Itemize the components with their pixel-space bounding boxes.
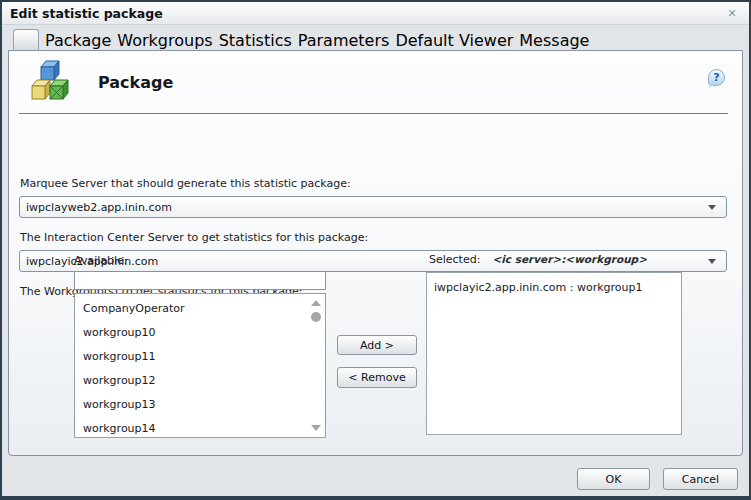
list-item[interactable]: workgroup10 [75, 321, 325, 345]
list-item[interactable]: workgroup12 [75, 369, 325, 393]
selected-format-hint: <ic server>:<workgroup> [492, 253, 647, 265]
scroll-up-icon[interactable] [311, 300, 321, 306]
chevron-down-icon [708, 205, 716, 210]
tab[interactable] [13, 29, 39, 50]
available-label: Available: [74, 254, 128, 267]
help-icon[interactable]: ? [708, 69, 725, 86]
selected-list[interactable]: iwpclayic2.app.inin.com : workgroup1 [426, 272, 682, 435]
list-item[interactable]: CompanyOperator [75, 297, 325, 321]
workgroups-tab-panel: Package ? Marquee Server that should gen… [8, 50, 743, 456]
tab-label: Statistics [219, 31, 292, 50]
ic-server-label: The Interaction Center Server to get sta… [20, 231, 368, 244]
available-list-scrollbar[interactable] [308, 296, 323, 435]
ok-button[interactable]: OK [577, 468, 650, 490]
dialog-title: Edit statistic package [2, 6, 163, 21]
tab-label: Workgroups [117, 31, 212, 50]
scrollbar-thumb[interactable] [311, 312, 321, 322]
list-item[interactable]: iwpclayic2.app.inin.com : workgroup1 [427, 275, 681, 294]
list-item[interactable]: workgroup11 [75, 345, 325, 369]
cancel-button[interactable]: Cancel [663, 468, 738, 490]
list-item[interactable]: workgroup13 [75, 393, 325, 417]
marquee-server-dropdown[interactable]: iwpclayweb2.app.inin.com [19, 196, 727, 218]
tab-label: Default Viewer [395, 31, 513, 50]
scroll-down-icon[interactable] [311, 425, 321, 431]
tab-label: Package [45, 31, 111, 50]
heading-divider [19, 113, 728, 114]
add-button[interactable]: Add > [337, 335, 417, 355]
edit-statistic-package-dialog: Edit statistic package ✕ PackageWorkgrou… [0, 0, 751, 500]
available-filter-input[interactable] [74, 271, 326, 290]
remove-button[interactable]: < Remove [337, 367, 417, 388]
tab-label: Message [519, 31, 589, 50]
tab-label: Parameters [298, 31, 390, 50]
title-bar: Edit statistic package ✕ [2, 2, 749, 25]
close-icon[interactable]: ✕ [724, 5, 740, 21]
selected-label: Selected: [429, 253, 480, 266]
available-list[interactable]: CompanyOperatorworkgroup10workgroup11wor… [74, 293, 326, 438]
chevron-down-icon [708, 259, 716, 264]
list-item[interactable]: workgroup14 [75, 417, 325, 438]
page-title: Package [98, 73, 173, 92]
marquee-server-value: iwpclayweb2.app.inin.com [26, 201, 172, 214]
marquee-server-label: Marquee Server that should generate this… [20, 177, 351, 190]
package-cubes-icon [29, 59, 69, 105]
selected-header: Selected: <ic server>:<workgroup> [429, 253, 647, 266]
tab-strip: PackageWorkgroupsStatisticsParametersDef… [13, 25, 589, 50]
